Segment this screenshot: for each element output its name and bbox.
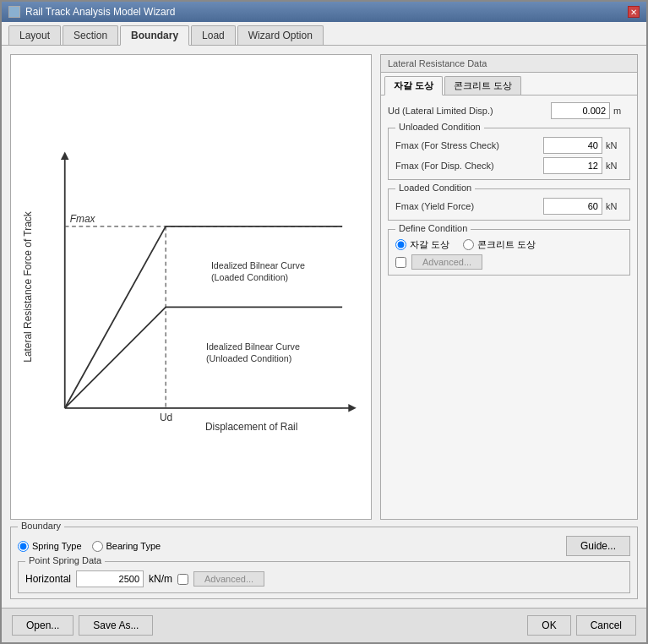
svg-text:(Loaded Condition): (Loaded Condition) [211, 272, 288, 282]
horizontal-unit: kN/m [149, 573, 172, 585]
fmax-stress-unit: kN [606, 140, 623, 150]
tab-section[interactable]: Section [63, 25, 118, 45]
radio-bearing-type[interactable]: Bearing Type [92, 541, 161, 552]
title-bar: Rail Track Analysis Model Wizard ✕ [2, 2, 646, 22]
radio-concrete[interactable]: 콘크리트 도상 [463, 238, 536, 251]
define-title: Define Condition [395, 223, 471, 233]
content-area: Lateral Resistance Force of Track Displa… [2, 46, 646, 608]
tab-layout[interactable]: Layout [8, 25, 61, 45]
fmax-yield-input[interactable] [543, 198, 602, 215]
boundary-types: Spring Type Bearing Type Guide... [18, 536, 630, 556]
svg-text:Ud: Ud [160, 412, 172, 423]
lateral-panel-title: Lateral Resistance Data [381, 55, 637, 73]
loaded-condition-group: Loaded Condition Fmax (Yield Force) kN [388, 188, 630, 221]
fmax-stress-input[interactable] [543, 137, 602, 154]
ud-input[interactable] [551, 102, 610, 119]
fmax-yield-label: Fmax (Yield Force) [395, 201, 540, 211]
radio-gravel[interactable]: 자갈 도상 [395, 238, 449, 251]
radio-bearing-input[interactable] [92, 541, 103, 552]
loaded-title: Loaded Condition [395, 183, 475, 193]
fmax-yield-unit: kN [606, 201, 623, 211]
fmax-disp-row: Fmax (For Disp. Check) kN [395, 157, 623, 174]
horizontal-input[interactable] [76, 570, 144, 587]
radio-gravel-input[interactable] [395, 239, 406, 250]
svg-text:Idealized Bilnear Curve: Idealized Bilnear Curve [211, 260, 305, 270]
svg-text:Fmax: Fmax [70, 213, 96, 225]
lateral-resistance-panel: Lateral Resistance Data 자갈 도상 콘크리트 도상 Ud… [380, 54, 638, 520]
fmax-disp-label: Fmax (For Disp. Check) [395, 161, 540, 171]
fmax-disp-input[interactable] [543, 157, 602, 174]
unloaded-title: Unloaded Condition [395, 122, 484, 132]
point-spring-title: Point Spring Data [25, 555, 105, 565]
radio-spring-type[interactable]: Spring Type [18, 541, 82, 552]
close-button[interactable]: ✕ [628, 6, 640, 18]
fmax-disp-unit: kN [606, 161, 623, 171]
horizontal-label: Horizontal [25, 573, 71, 585]
ud-label: Ud (Lateral Limited Disp.) [388, 106, 547, 116]
advanced-button-lateral[interactable]: Advanced... [411, 254, 482, 270]
boundary-section: Boundary Spring Type Bearing Type Guide.… [10, 527, 638, 599]
save-as-button[interactable]: Save As... [79, 615, 153, 636]
chart-panel: Lateral Resistance Force of Track Displa… [10, 54, 372, 520]
fmax-stress-row: Fmax (For Stress Check) kN [395, 137, 623, 154]
sub-tab-gravel[interactable]: 자갈 도상 [384, 76, 443, 96]
advanced-checkbox-boundary[interactable] [177, 574, 188, 585]
fmax-stress-label: Fmax (For Stress Check) [395, 140, 540, 150]
title-bar-left: Rail Track Analysis Model Wizard [8, 6, 175, 18]
radio-gravel-label: 자갈 도상 [410, 238, 449, 251]
guide-button[interactable]: Guide... [566, 536, 630, 556]
svg-text:(Unloaded Condition): (Unloaded Condition) [206, 353, 291, 363]
point-spring-inner: Horizontal kN/m Advanced... [25, 570, 623, 587]
radio-concrete-label: 콘크리트 도상 [477, 238, 536, 251]
ud-unit: m [613, 106, 630, 116]
bearing-type-label: Bearing Type [106, 541, 161, 551]
boundary-inner: Spring Type Bearing Type Guide... Point … [18, 536, 630, 593]
point-spring-box: Point Spring Data Horizontal kN/m Advanc… [18, 561, 630, 593]
svg-marker-4 [61, 151, 69, 160]
svg-text:Idealized Bilnear Curve: Idealized Bilnear Curve [206, 341, 300, 352]
advanced-row-lateral: Advanced... [395, 254, 623, 270]
main-window: Rail Track Analysis Model Wizard ✕ Layou… [0, 0, 648, 644]
app-icon [8, 6, 20, 18]
sub-tab-concrete[interactable]: 콘크리트 도상 [444, 76, 521, 95]
fmax-yield-row: Fmax (Yield Force) kN [395, 198, 623, 215]
define-condition-panel: Define Condition 자갈 도상 콘크리트 도상 [388, 229, 630, 276]
cancel-button[interactable]: Cancel [576, 615, 636, 636]
spring-type-label: Spring Type [32, 541, 82, 551]
svg-text:Lateral Resistance Force of Tr: Lateral Resistance Force of Track [22, 211, 34, 363]
unloaded-condition-group: Unloaded Condition Fmax (For Stress Chec… [388, 128, 630, 180]
ud-row: Ud (Lateral Limited Disp.) m [388, 102, 630, 119]
tab-boundary[interactable]: Boundary [120, 25, 189, 46]
svg-text:Displacement of Rail: Displacement of Rail [205, 421, 297, 433]
lateral-content: Ud (Lateral Limited Disp.) m Unloaded Co… [381, 96, 637, 519]
tabs-bar: Layout Section Boundary Load Wizard Opti… [2, 22, 646, 46]
tab-wizard-option[interactable]: Wizard Option [237, 25, 324, 45]
open-button[interactable]: Open... [12, 615, 74, 636]
svg-marker-5 [348, 404, 357, 412]
tab-load[interactable]: Load [191, 25, 236, 45]
sub-tabs: 자갈 도상 콘크리트 도상 [381, 73, 637, 96]
radio-spring-input[interactable] [18, 541, 29, 552]
advanced-checkbox-lateral[interactable] [395, 257, 406, 268]
loaded-inner: Fmax (Yield Force) kN [395, 198, 623, 215]
boundary-title: Boundary [18, 521, 64, 531]
unloaded-inner: Fmax (For Stress Check) kN Fmax (For Dis… [395, 137, 623, 174]
chart-svg: Lateral Resistance Force of Track Displa… [19, 63, 362, 510]
bottom-bar: Open... Save As... OK Cancel [2, 608, 646, 642]
radio-concrete-input[interactable] [463, 239, 474, 250]
advanced-button-boundary[interactable]: Advanced... [193, 571, 264, 587]
main-row: Lateral Resistance Force of Track Displa… [10, 54, 638, 520]
ok-button[interactable]: OK [527, 615, 570, 636]
window-title: Rail Track Analysis Model Wizard [25, 6, 175, 18]
define-radio-row: 자갈 도상 콘크리트 도상 [395, 238, 623, 251]
